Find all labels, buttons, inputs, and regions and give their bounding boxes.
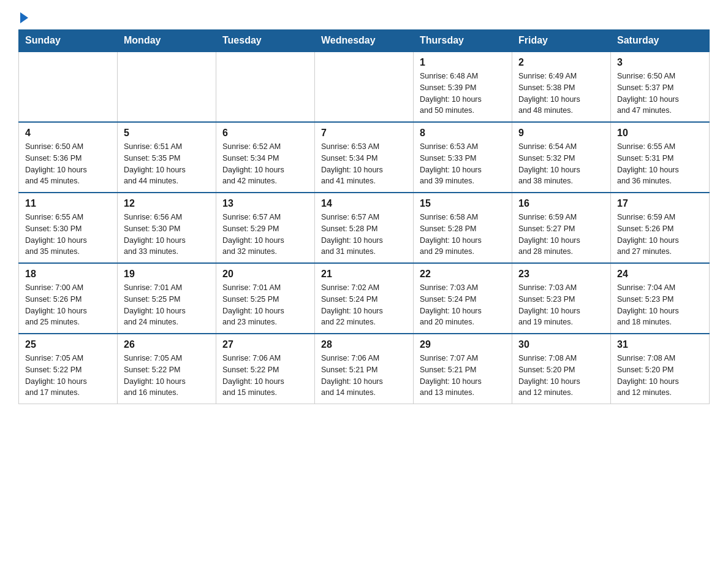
day-info: Sunrise: 7:05 AM Sunset: 5:22 PM Dayligh… xyxy=(25,353,111,399)
day-info: Sunrise: 7:02 AM Sunset: 5:24 PM Dayligh… xyxy=(321,282,407,328)
day-number: 24 xyxy=(617,269,703,280)
weekday-header-thursday: Thursday xyxy=(414,30,512,52)
day-info: Sunrise: 7:00 AM Sunset: 5:26 PM Dayligh… xyxy=(25,282,111,328)
day-info: Sunrise: 6:50 AM Sunset: 5:36 PM Dayligh… xyxy=(25,141,111,187)
day-number: 19 xyxy=(124,269,210,280)
calendar-cell: 4Sunrise: 6:50 AM Sunset: 5:36 PM Daylig… xyxy=(19,122,118,193)
day-info: Sunrise: 6:55 AM Sunset: 5:31 PM Dayligh… xyxy=(617,141,703,187)
day-number: 1 xyxy=(420,57,506,68)
day-info: Sunrise: 6:54 AM Sunset: 5:32 PM Dayligh… xyxy=(518,141,604,187)
calendar-cell: 21Sunrise: 7:02 AM Sunset: 5:24 PM Dayli… xyxy=(315,263,414,334)
calendar-cell xyxy=(216,52,315,122)
day-number: 8 xyxy=(420,128,506,139)
calendar-cell: 25Sunrise: 7:05 AM Sunset: 5:22 PM Dayli… xyxy=(19,334,118,404)
day-info: Sunrise: 7:06 AM Sunset: 5:21 PM Dayligh… xyxy=(321,353,407,399)
calendar-cell: 31Sunrise: 7:08 AM Sunset: 5:20 PM Dayli… xyxy=(611,334,710,404)
day-info: Sunrise: 7:04 AM Sunset: 5:23 PM Dayligh… xyxy=(617,282,703,328)
day-number: 20 xyxy=(222,269,308,280)
calendar-table: SundayMondayTuesdayWednesdayThursdayFrid… xyxy=(18,29,710,404)
day-number: 4 xyxy=(25,128,111,139)
calendar-cell: 30Sunrise: 7:08 AM Sunset: 5:20 PM Dayli… xyxy=(512,334,611,404)
calendar-cell: 17Sunrise: 6:59 AM Sunset: 5:26 PM Dayli… xyxy=(611,193,710,263)
day-info: Sunrise: 6:58 AM Sunset: 5:28 PM Dayligh… xyxy=(420,212,506,258)
day-info: Sunrise: 6:53 AM Sunset: 5:33 PM Dayligh… xyxy=(420,141,506,187)
day-info: Sunrise: 6:59 AM Sunset: 5:27 PM Dayligh… xyxy=(518,212,604,258)
day-number: 6 xyxy=(222,128,308,139)
calendar-cell: 19Sunrise: 7:01 AM Sunset: 5:25 PM Dayli… xyxy=(118,263,216,334)
day-info: Sunrise: 6:59 AM Sunset: 5:26 PM Dayligh… xyxy=(617,212,703,258)
calendar-cell: 18Sunrise: 7:00 AM Sunset: 5:26 PM Dayli… xyxy=(19,263,118,334)
day-info: Sunrise: 7:03 AM Sunset: 5:23 PM Dayligh… xyxy=(518,282,604,328)
calendar-cell xyxy=(118,52,216,122)
weekday-header-sunday: Sunday xyxy=(19,30,118,52)
calendar-cell: 28Sunrise: 7:06 AM Sunset: 5:21 PM Dayli… xyxy=(315,334,414,404)
day-info: Sunrise: 6:57 AM Sunset: 5:28 PM Dayligh… xyxy=(321,212,407,258)
day-number: 3 xyxy=(617,57,703,68)
logo-triangle-icon xyxy=(20,12,28,23)
day-info: Sunrise: 6:57 AM Sunset: 5:29 PM Dayligh… xyxy=(222,212,308,258)
week-row-4: 18Sunrise: 7:00 AM Sunset: 5:26 PM Dayli… xyxy=(19,263,710,334)
calendar-cell: 24Sunrise: 7:04 AM Sunset: 5:23 PM Dayli… xyxy=(611,263,710,334)
calendar-cell: 14Sunrise: 6:57 AM Sunset: 5:28 PM Dayli… xyxy=(315,193,414,263)
calendar-cell: 7Sunrise: 6:53 AM Sunset: 5:34 PM Daylig… xyxy=(315,122,414,193)
day-info: Sunrise: 6:53 AM Sunset: 5:34 PM Dayligh… xyxy=(321,141,407,187)
calendar-cell: 22Sunrise: 7:03 AM Sunset: 5:24 PM Dayli… xyxy=(414,263,512,334)
weekday-header-saturday: Saturday xyxy=(611,30,710,52)
week-row-2: 4Sunrise: 6:50 AM Sunset: 5:36 PM Daylig… xyxy=(19,122,710,193)
day-info: Sunrise: 7:08 AM Sunset: 5:20 PM Dayligh… xyxy=(617,353,703,399)
day-info: Sunrise: 6:52 AM Sunset: 5:34 PM Dayligh… xyxy=(222,141,308,187)
calendar-cell xyxy=(315,52,414,122)
day-number: 2 xyxy=(518,57,604,68)
weekday-header-wednesday: Wednesday xyxy=(315,30,414,52)
day-info: Sunrise: 7:03 AM Sunset: 5:24 PM Dayligh… xyxy=(420,282,506,328)
day-info: Sunrise: 6:55 AM Sunset: 5:30 PM Dayligh… xyxy=(25,212,111,258)
logo xyxy=(18,12,28,23)
calendar-cell: 20Sunrise: 7:01 AM Sunset: 5:25 PM Dayli… xyxy=(216,263,315,334)
week-row-1: 1Sunrise: 6:48 AM Sunset: 5:39 PM Daylig… xyxy=(19,52,710,122)
day-number: 9 xyxy=(518,128,604,139)
week-row-3: 11Sunrise: 6:55 AM Sunset: 5:30 PM Dayli… xyxy=(19,193,710,263)
calendar-cell: 27Sunrise: 7:06 AM Sunset: 5:22 PM Dayli… xyxy=(216,334,315,404)
calendar-cell: 13Sunrise: 6:57 AM Sunset: 5:29 PM Dayli… xyxy=(216,193,315,263)
day-number: 12 xyxy=(124,198,210,209)
day-number: 25 xyxy=(25,339,111,350)
day-number: 18 xyxy=(25,269,111,280)
page-header xyxy=(18,12,710,23)
calendar-cell: 9Sunrise: 6:54 AM Sunset: 5:32 PM Daylig… xyxy=(512,122,611,193)
day-info: Sunrise: 7:08 AM Sunset: 5:20 PM Dayligh… xyxy=(518,353,604,399)
calendar-cell: 5Sunrise: 6:51 AM Sunset: 5:35 PM Daylig… xyxy=(118,122,216,193)
day-info: Sunrise: 7:01 AM Sunset: 5:25 PM Dayligh… xyxy=(124,282,210,328)
calendar-cell: 11Sunrise: 6:55 AM Sunset: 5:30 PM Dayli… xyxy=(19,193,118,263)
week-row-5: 25Sunrise: 7:05 AM Sunset: 5:22 PM Dayli… xyxy=(19,334,710,404)
day-info: Sunrise: 7:07 AM Sunset: 5:21 PM Dayligh… xyxy=(420,353,506,399)
day-number: 13 xyxy=(222,198,308,209)
day-number: 28 xyxy=(321,339,407,350)
calendar-cell: 10Sunrise: 6:55 AM Sunset: 5:31 PM Dayli… xyxy=(611,122,710,193)
calendar-cell: 2Sunrise: 6:49 AM Sunset: 5:38 PM Daylig… xyxy=(512,52,611,122)
calendar-cell: 23Sunrise: 7:03 AM Sunset: 5:23 PM Dayli… xyxy=(512,263,611,334)
day-number: 31 xyxy=(617,339,703,350)
calendar-cell: 12Sunrise: 6:56 AM Sunset: 5:30 PM Dayli… xyxy=(118,193,216,263)
day-number: 11 xyxy=(25,198,111,209)
weekday-header-friday: Friday xyxy=(512,30,611,52)
day-info: Sunrise: 7:05 AM Sunset: 5:22 PM Dayligh… xyxy=(124,353,210,399)
day-info: Sunrise: 6:50 AM Sunset: 5:37 PM Dayligh… xyxy=(617,71,703,117)
calendar-cell: 16Sunrise: 6:59 AM Sunset: 5:27 PM Dayli… xyxy=(512,193,611,263)
day-number: 26 xyxy=(124,339,210,350)
day-number: 14 xyxy=(321,198,407,209)
day-number: 27 xyxy=(222,339,308,350)
calendar-cell: 1Sunrise: 6:48 AM Sunset: 5:39 PM Daylig… xyxy=(414,52,512,122)
day-number: 30 xyxy=(518,339,604,350)
calendar-cell: 6Sunrise: 6:52 AM Sunset: 5:34 PM Daylig… xyxy=(216,122,315,193)
calendar-header-row: SundayMondayTuesdayWednesdayThursdayFrid… xyxy=(19,30,710,52)
day-number: 10 xyxy=(617,128,703,139)
day-info: Sunrise: 6:51 AM Sunset: 5:35 PM Dayligh… xyxy=(124,141,210,187)
weekday-header-monday: Monday xyxy=(118,30,216,52)
day-number: 29 xyxy=(420,339,506,350)
day-number: 15 xyxy=(420,198,506,209)
day-number: 22 xyxy=(420,269,506,280)
calendar-cell: 3Sunrise: 6:50 AM Sunset: 5:37 PM Daylig… xyxy=(611,52,710,122)
day-number: 21 xyxy=(321,269,407,280)
day-info: Sunrise: 7:06 AM Sunset: 5:22 PM Dayligh… xyxy=(222,353,308,399)
calendar-cell: 26Sunrise: 7:05 AM Sunset: 5:22 PM Dayli… xyxy=(118,334,216,404)
